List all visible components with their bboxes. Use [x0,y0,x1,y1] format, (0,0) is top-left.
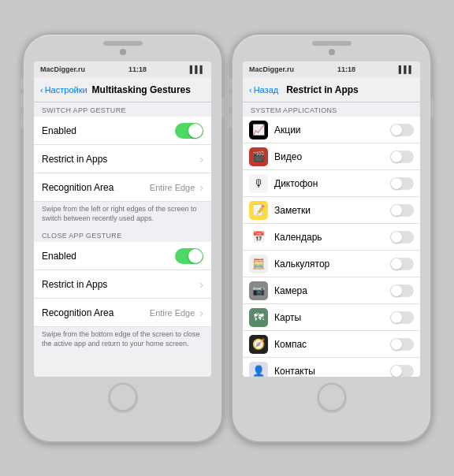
nav-bar-right: ‹ Назад Restrict in Apps [243,77,420,102]
switch-restrict-row[interactable]: Restrict in Apps › [34,145,211,173]
app-row[interactable]: 🧮Калькулятор [243,251,420,277]
app-icon: 🎙 [249,174,268,193]
app-toggle[interactable] [390,204,414,217]
chevron-left-icon: ‹ [40,85,43,95]
vol-down-button [20,113,24,128]
app-toggle-knob [391,178,402,189]
app-toggle-knob [391,232,402,243]
section-footer-switch: Swipe from the left or right edges of th… [34,202,211,228]
speaker [103,41,143,46]
carrier-label-2: MacDigger.ru [249,65,294,73]
app-row[interactable]: 🧭Компас [243,331,420,358]
close-recognition-row[interactable]: Recognition Area Entire Edge › [34,299,211,327]
phone-top [24,35,221,58]
app-toggle[interactable] [390,124,414,136]
home-button-2[interactable] [318,383,346,411]
toggle-knob-2 [188,249,203,263]
phone-left: MacDigger.ru 11:18 ▌▌▌ ‹ Настройки Multi… [22,33,223,443]
chevron-right-icon-3: › [199,278,203,291]
app-icon: 👤 [249,362,268,377]
app-row[interactable]: 📅Календарь [243,224,420,251]
back-label-2: Назад [254,85,279,95]
app-name-label: Акции [274,125,390,136]
app-icon: 📷 [249,281,268,300]
section-header-apps: SYSTEM APPLICATIONS [243,102,420,117]
app-name-label: Контакты [274,366,390,377]
status-left: MacDigger.ru [40,65,85,73]
page-title-2: Restrict in Apps [286,84,359,95]
app-row[interactable]: 🎙Диктофон [243,170,420,197]
power-button-2 [430,98,434,117]
app-name-label: Диктофон [274,178,390,189]
app-row[interactable]: 👤Контакты [243,358,420,377]
chevron-right-icon: › [199,153,203,165]
app-toggle[interactable] [390,311,414,324]
app-toggle-knob [391,205,402,216]
app-toggle-knob [391,312,402,323]
mute-switch [20,78,24,89]
app-row[interactable]: 📷Камера [243,277,420,304]
app-icon: 🗺 [249,308,268,327]
app-toggle-knob [391,285,402,296]
close-recognition-value: Entire Edge [150,308,195,318]
app-name-label: Заметки [274,205,390,216]
nav-bar-left: ‹ Настройки Multitasking Gestures [34,77,211,102]
app-toggle-knob [391,125,402,136]
chevron-right-icon-4: › [199,307,203,319]
front-camera-2 [329,49,335,55]
vol-up-button-2 [229,94,233,108]
section-header-switch: SWITCH APP GESTURE [34,102,211,117]
app-toggle[interactable] [390,231,414,244]
time-label: 11:18 [128,65,147,73]
close-enabled-toggle[interactable] [175,248,203,264]
close-restrict-row[interactable]: Restrict in Apps › [34,270,211,299]
app-name-label: Камера [274,285,390,296]
app-icon: 🎬 [249,147,268,166]
close-enabled-label: Enabled [42,251,175,262]
status-right-2: ▌▌▌ [399,65,414,73]
app-name-label: Карты [274,312,390,323]
app-row[interactable]: 🗺Карты [243,304,420,331]
app-toggle[interactable] [390,177,414,190]
app-icon: 📝 [249,201,268,220]
switch-enabled-label: Enabled [42,125,175,136]
back-button-2[interactable]: ‹ Назад [249,85,278,95]
switch-recognition-value: Entire Edge [150,183,195,192]
status-left-2: MacDigger.ru [249,65,294,73]
app-icon: 📅 [249,228,268,247]
battery-label: ▌▌▌ [190,65,205,73]
close-restrict-label: Restrict in Apps [42,279,196,290]
app-name-label: Календарь [274,232,390,243]
app-toggle[interactable] [390,338,414,351]
app-toggle[interactable] [390,151,414,163]
status-bar-2: MacDigger.ru 11:18 ▌▌▌ [243,61,420,77]
carrier-label: MacDigger.ru [40,65,85,73]
toggle-knob [188,124,203,138]
back-button[interactable]: ‹ Настройки [40,85,87,95]
home-button[interactable] [109,383,137,411]
page-title: Multitasking Gestures [92,84,191,95]
switch-enabled-row[interactable]: Enabled [34,117,211,145]
close-enabled-row[interactable]: Enabled [34,242,211,270]
app-row[interactable]: 📈Акции [243,117,420,143]
status-right: ▌▌▌ [190,65,205,73]
app-toggle-knob [391,258,402,270]
app-icon: 🧭 [249,335,268,354]
app-toggle-knob [391,339,402,350]
switch-enabled-toggle[interactable] [175,123,203,139]
app-toggle[interactable] [390,284,414,297]
switch-recognition-row[interactable]: Recognition Area Entire Edge › [34,173,211,202]
switch-recognition-label: Recognition Area [42,182,150,193]
switch-restrict-label: Restrict in Apps [42,154,196,165]
phone-right: MacDigger.ru 11:18 ▌▌▌ ‹ Назад Restrict … [231,33,432,443]
back-label: Настройки [45,85,87,95]
app-row[interactable]: 📝Заметки [243,197,420,224]
app-row[interactable]: 🎬Видео [243,143,420,170]
section-footer-close: Swipe from the bottom edge of the screen… [34,327,211,353]
battery-label-2: ▌▌▌ [399,65,414,73]
app-toggle[interactable] [390,258,414,270]
section-header-close: CLOSE APP GESTURE [34,228,211,242]
app-toggle[interactable] [390,365,414,377]
app-toggle-knob [391,151,402,162]
chevron-left-icon-2: ‹ [249,85,252,95]
